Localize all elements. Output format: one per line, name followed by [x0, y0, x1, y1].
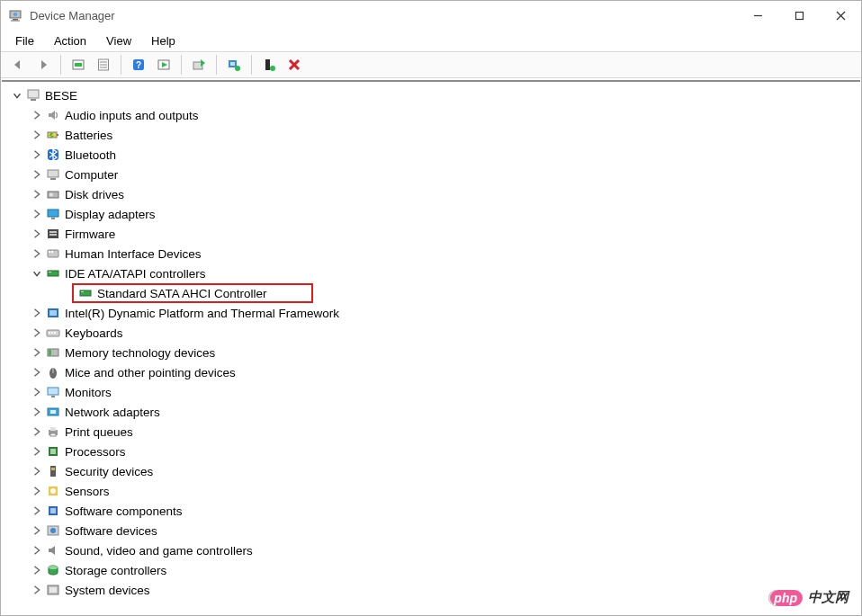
tree-item-sysdev[interactable]: System devices	[7, 580, 860, 600]
expand-icon[interactable]	[31, 425, 43, 438]
tree-item-network[interactable]: Network adapters	[7, 402, 860, 422]
toolbar-separator	[181, 55, 182, 75]
expand-icon[interactable]	[31, 208, 43, 220]
menu-view[interactable]: View	[99, 32, 139, 49]
expand-icon[interactable]	[31, 148, 43, 161]
expand-icon[interactable]	[31, 584, 43, 596]
tree-item-processors[interactable]: Processors	[7, 442, 860, 461]
tree-item-sata[interactable]: Standard SATA AHCI Controller	[7, 283, 860, 303]
app-icon	[8, 8, 22, 22]
collapse-icon[interactable]	[31, 267, 43, 280]
tree-item-label: Intel(R) Dynamic Platform and Thermal Fr…	[65, 307, 339, 320]
expand-icon[interactable]	[31, 564, 43, 576]
tree-item-bluetooth[interactable]: Bluetooth	[7, 145, 860, 165]
menu-action[interactable]: Action	[47, 32, 94, 49]
watermark: php 中文网	[768, 589, 849, 606]
add-legacy-button[interactable]	[257, 54, 281, 76]
minimize-button[interactable]	[737, 1, 778, 30]
storage-icon	[45, 562, 61, 578]
show-hidden-button[interactable]	[67, 54, 90, 76]
svg-point-22	[235, 66, 240, 71]
help-button[interactable]: ?	[127, 54, 150, 76]
tree-item-label: Batteries	[65, 129, 112, 142]
close-button[interactable]	[820, 1, 861, 30]
audio-icon	[45, 107, 61, 123]
expand-icon[interactable]	[31, 307, 43, 319]
tree-item-computer[interactable]: Computer	[7, 165, 860, 184]
forward-button[interactable]	[31, 54, 55, 76]
tree-item-audio[interactable]: Audio inputs and outputs	[7, 105, 860, 125]
menu-help[interactable]: Help	[144, 32, 183, 49]
tree-item-security[interactable]: Security devices	[7, 461, 860, 481]
highlighted-item: Standard SATA AHCI Controller	[72, 283, 313, 303]
uninstall-icon-button[interactable]	[222, 54, 246, 76]
toolbar: ?	[1, 51, 861, 78]
tree-item-sensors[interactable]: Sensors	[7, 481, 860, 501]
tree-item-hid[interactable]: Human Interface Devices	[7, 244, 860, 263]
svg-rect-1	[13, 19, 18, 21]
tree-item-swcomp[interactable]: Software components	[7, 501, 860, 521]
expand-icon[interactable]	[31, 386, 43, 398]
expand-icon[interactable]	[31, 109, 43, 121]
tree-item-print[interactable]: Print queues	[7, 422, 860, 442]
expand-icon[interactable]	[31, 465, 43, 478]
tree-item-sound[interactable]: Sound, video and game controllers	[7, 540, 860, 560]
tree-item-diskdrives[interactable]: Disk drives	[7, 184, 860, 204]
expand-icon[interactable]	[31, 406, 43, 418]
print-icon	[45, 424, 61, 440]
expand-icon[interactable]	[31, 326, 43, 339]
tree-item-monitors[interactable]: Monitors	[7, 382, 860, 402]
expand-icon[interactable]	[31, 445, 43, 458]
tree-item-firmware[interactable]: Firmware	[7, 224, 860, 244]
bluetooth-icon	[45, 147, 61, 163]
processors-icon	[45, 443, 61, 460]
tree-item-memtech[interactable]: Memory technology devices	[7, 343, 860, 362]
svg-rect-21	[230, 62, 235, 66]
tree-item-label: Memory technology devices	[65, 346, 215, 360]
expand-icon[interactable]	[31, 188, 43, 201]
tree-item-swdev[interactable]: Software devices	[7, 521, 860, 540]
back-button[interactable]	[6, 54, 30, 76]
expand-icon[interactable]	[31, 247, 43, 260]
tree-item-mice[interactable]: Mice and other pointing devices	[7, 362, 860, 382]
expand-icon[interactable]	[31, 485, 43, 497]
expand-icon[interactable]	[31, 129, 43, 141]
sensors-icon	[45, 483, 61, 499]
tree-item-label: Processors	[65, 445, 126, 459]
remove-device-button[interactable]	[283, 54, 306, 76]
tree-container: BESEAudio inputs and outputsBatteriesBlu…	[2, 80, 860, 614]
expand-icon[interactable]	[31, 524, 43, 537]
maximize-button[interactable]	[778, 1, 820, 30]
tree-item-label: Firmware	[65, 228, 115, 241]
tree-item-label: Sound, video and game controllers	[65, 544, 253, 558]
tree-item-label: Print queues	[65, 425, 133, 439]
collapse-icon[interactable]	[11, 89, 23, 102]
watermark-badge: php	[768, 590, 803, 606]
tree-item-ide[interactable]: IDE ATA/ATAPI controllers	[7, 263, 860, 283]
tree-item-keyboards[interactable]: Keyboards	[7, 323, 860, 343]
svg-rect-9	[75, 63, 82, 67]
expand-icon[interactable]	[31, 168, 43, 181]
device-tree[interactable]: BESEAudio inputs and outputsBatteriesBlu…	[2, 82, 860, 614]
sata-icon	[77, 285, 94, 301]
tree-root[interactable]: BESE	[7, 85, 860, 105]
toolbar-separator	[121, 55, 121, 75]
expand-icon[interactable]	[31, 504, 43, 517]
tree-item-storage[interactable]: Storage controllers	[7, 560, 860, 580]
expand-icon[interactable]	[31, 544, 43, 557]
properties-button[interactable]	[92, 54, 115, 76]
expand-icon[interactable]	[31, 366, 43, 379]
tree-item-display[interactable]: Display adapters	[7, 204, 860, 224]
svg-rect-2	[11, 21, 20, 22]
watermark-text: 中文网	[808, 589, 849, 606]
expand-icon[interactable]	[31, 346, 43, 359]
tree-item-batteries[interactable]: Batteries	[7, 125, 860, 145]
scan-button[interactable]	[152, 54, 175, 76]
menu-file[interactable]: File	[8, 32, 41, 49]
expand-icon[interactable]	[31, 228, 43, 240]
update-driver-button[interactable]	[187, 54, 211, 76]
diskdrives-icon	[45, 186, 61, 202]
svg-point-3	[13, 13, 17, 16]
tree-item-intel[interactable]: Intel(R) Dynamic Platform and Thermal Fr…	[7, 303, 860, 323]
svg-point-24	[270, 66, 275, 71]
